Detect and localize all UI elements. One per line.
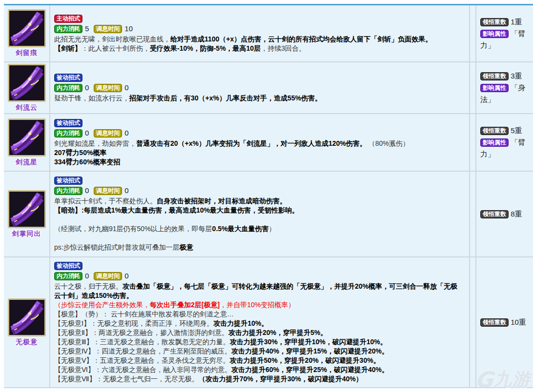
mana-cost-badge: 内力消耗	[54, 84, 82, 92]
cooldown-badge: 调息时间	[94, 187, 122, 195]
description-line: 【无极意Ⅲ】：三道无极之意融合，散发飘忽无定的力量。攻击力提升30%，穿甲提升1…	[54, 337, 464, 347]
description-line: 此招无光无啸，剑出时敌喉已现血线，给对手造成1100（+x）点伤害，云十剑的所有…	[54, 35, 464, 44]
cooldown-value: 0	[124, 186, 128, 195]
mana-cost-value: 0	[85, 186, 89, 195]
mastery-value: 1重	[511, 18, 522, 26]
description-line: 334臂力60%概率变招	[54, 157, 464, 167]
skill-name: 剑掌同出	[12, 230, 41, 238]
description-line: 【无极意Ⅴ】：五道无极之意融合，圣灵杀伐之意无穷尽。攻击力提升50%，穿提升20…	[54, 356, 464, 365]
description-line: 【无极意Ⅳ】：四道无极之意融合，产生至刚至阳的威压。攻击力提升40%，穿甲提升1…	[54, 347, 464, 356]
description-line	[54, 234, 464, 243]
9game-watermark: G 九游	[475, 367, 531, 392]
skill-type-line: 被动招式	[54, 261, 464, 270]
purple-sword-slash-icon	[9, 11, 44, 46]
description-line: 【无极意Ⅶ】：无极之意七气归一，无尽无极。（攻击力提升70%，穿甲提升30%，破…	[54, 374, 464, 384]
attribute-line: 影响属性 「身法」	[480, 82, 531, 105]
mastery-badge: 领悟重数	[480, 72, 509, 80]
description-line: 【无极意Ⅰ】：无极之意初现，柔而正淳，环绕周身。攻击力提升10%。	[54, 319, 464, 328]
skill-type-line: 被动招式	[54, 176, 464, 185]
attribute-badge: 影响属性	[480, 84, 509, 92]
skill-description-cell: 被动招式 内力消耗0调息时间0 云十之极，归于无极。攻击叠加「极意」，每七层「极…	[50, 257, 470, 388]
cooldown-badge: 调息时间	[94, 84, 122, 92]
skill-type-badge: 被动招式	[54, 119, 82, 127]
attribute-badge: 影响属性	[480, 138, 509, 147]
skill-icon-cell: 无极意	[4, 257, 50, 388]
skill-description: 疑劲于锋，如流水行云，招架对手攻击后，有30（+x%）几率反击对手，造成55%伤…	[54, 94, 464, 103]
spacer-column-cell	[470, 172, 476, 257]
skill-description: 剑光耀如流星，劲如奔雷，普通攻击有20（+x%）几率变招为「剑流星」，对一列敌人…	[54, 139, 464, 167]
mastery-badge: 领悟重数	[480, 18, 509, 26]
skill-icon	[8, 118, 46, 157]
skill-icon-cell: 剑流云	[4, 62, 50, 114]
skill-meta-cell: 领悟重数 1重 影响属性 「臂力」	[476, 5, 533, 62]
mana-cost-value: 0	[85, 272, 89, 280]
skill-description: 此招无光无啸，剑出时敌喉已现血线，给对手造成1100（+x）点伤害，云十剑的所有…	[54, 35, 464, 53]
purple-sword-slash-icon	[9, 300, 44, 335]
skill-row: 剑掌同出 被动招式 内力消耗0调息时间0 单掌拟云十剑式，于不察处伤人。自身攻击…	[4, 172, 533, 257]
skill-name: 剑留痕	[16, 49, 38, 58]
skill-meta-cell: 领悟重数 3重 影响属性 「身法」	[476, 62, 533, 114]
mastery-value: 8重	[511, 210, 522, 218]
skill-cost-line: 内力消耗5调息时间10	[54, 24, 464, 33]
skill-icon	[8, 298, 46, 336]
skill-description: 单掌拟云十剑式，于不察处伤人。自身攻击被招架时，对目标造成暗劲伤害。【暗劲】:每…	[54, 196, 464, 252]
skill-icon	[8, 190, 46, 228]
mastery-value: 3重	[511, 72, 522, 80]
mana-cost-value: 0	[85, 129, 89, 137]
description-line: ps:步惊云解锁此招式时普攻就可叠加一层极意	[54, 243, 464, 252]
skill-cost-line: 内力消耗0调息时间0	[54, 83, 464, 92]
skill-row: 无极意 被动招式 内力消耗0调息时间0 云十之极，归于无极。攻击叠加「极意」，每…	[4, 257, 533, 388]
description-line: 【极意】（势）： 云十剑在施展中散发着极尽的剑道之意…	[54, 310, 464, 319]
skill-description-cell: 被动招式 内力消耗0调息时间0 疑劲于锋，如流水行云，招架对手攻击后，有30（+…	[50, 62, 470, 114]
9game-logo-icon: G	[474, 367, 494, 392]
description-line: 【无极意Ⅵ】：六道无极之意融合，融入非同寻常的灼意。攻击力提升60%，穿甲提升2…	[54, 365, 464, 374]
skill-description-cell: 被动招式 内力消耗0调息时间0 单掌拟云十剑式，于不察处伤人。自身攻击被招架时，…	[50, 172, 470, 257]
9game-watermark-text: 九游	[494, 368, 531, 392]
cooldown-value: 0	[124, 83, 128, 92]
skill-description-cell: 主动招式 内力消耗5调息时间10 此招无光无啸，剑出时敌喉已现血线，给对手造成1…	[50, 5, 470, 62]
purple-sword-slash-icon	[9, 65, 44, 100]
mastery-line: 领悟重数 8重	[480, 208, 531, 220]
skill-type-badge: 主动招式	[54, 15, 82, 23]
mastery-line: 领悟重数 10重	[480, 316, 531, 328]
skill-type-badge: 被动招式	[54, 262, 82, 270]
skill-cost-line: 内力消耗0调息时间0	[54, 186, 464, 195]
skill-meta-cell: 领悟重数 8重	[476, 172, 533, 257]
purple-sword-slash-icon	[9, 192, 44, 227]
mana-cost-value: 5	[85, 24, 89, 33]
description-line: 【无极意Ⅱ】：两道无极之意融合，掺入激情澎湃的剑意。攻击力提升20%，穿甲提升5…	[54, 328, 464, 337]
skill-icon	[8, 9, 46, 47]
skill-type-line: 主动招式	[54, 14, 464, 23]
description-line: 207臂力50%概率	[54, 148, 464, 157]
skill-icon-cell: 剑掌同出	[4, 172, 50, 257]
mana-cost-badge: 内力消耗	[54, 129, 82, 137]
cooldown-badge: 调息时间	[94, 25, 122, 33]
skill-name: 无极意	[16, 338, 38, 347]
skill-name: 剑流云	[16, 103, 38, 112]
skill-row: 剑流云 被动招式 内力消耗0调息时间0 疑劲于锋，如流水行云，招架对手攻击后，有…	[4, 62, 533, 114]
description-line: （经测试，对九幽91层仍有50%以上的效果，即每层0.5%最大血量伤害）	[54, 224, 464, 234]
mastery-value: 5重	[511, 126, 522, 135]
mastery-badge: 领悟重数	[480, 210, 509, 218]
skill-guide-page: 剑留痕 主动招式 内力消耗5调息时间10 此招无光无啸，剑出时敌喉已现血线，给对…	[0, 0, 533, 392]
spacer-column-cell	[470, 5, 476, 62]
description-line: 剑光耀如流星，劲如奔雷，普通攻击有20（+x%）几率变招为「剑流星」，对一列敌人…	[54, 139, 464, 148]
skill-type-line: 被动招式	[54, 118, 464, 127]
skill-name: 剑流星	[16, 158, 38, 167]
skill-cost-line: 内力消耗0调息时间0	[54, 129, 464, 137]
mastery-badge: 领悟重数	[480, 318, 509, 327]
mastery-line: 领悟重数 1重	[480, 16, 531, 28]
mana-cost-value: 0	[85, 83, 89, 92]
mana-cost-badge: 内力消耗	[54, 187, 82, 195]
description-line: 【暗劲】:每层造成1%最大血量伤害，最高造成10%最大血量伤害，受韧性影响。	[54, 206, 464, 215]
mastery-badge: 领悟重数	[480, 127, 509, 135]
skill-row: 剑流星 被动招式 内力消耗0调息时间0 剑光耀如流星，劲如奔雷，普通攻击有20（…	[4, 114, 533, 172]
skill-description-cell: 被动招式 内力消耗0调息时间0 剑光耀如流星，劲如奔雷，普通攻击有20（+x%）…	[50, 114, 470, 172]
description-line	[54, 215, 464, 224]
spacer-column-cell	[470, 114, 476, 172]
cooldown-value: 10	[124, 24, 133, 33]
cooldown-value: 0	[124, 129, 128, 137]
attribute-line: 影响属性 「臂力」	[480, 28, 531, 51]
description-line: 【剑斩】：此人被云十剑所伤，受疗效果-10%，防御-5%，最高10层，持续3回合…	[54, 44, 464, 53]
description-line: （步惊云使用会产生额外效果，每次出手叠加2层[极意]，并自带10%变招概率）	[54, 300, 464, 310]
